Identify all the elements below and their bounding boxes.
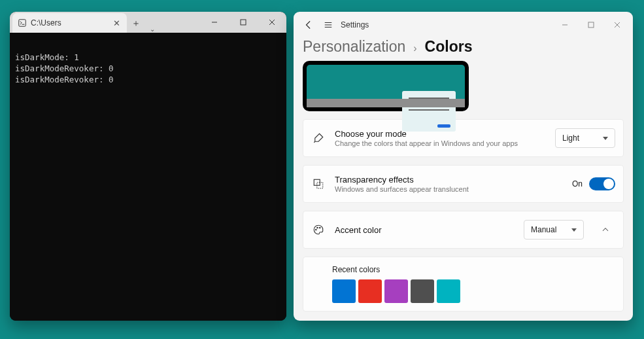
accent-expand-button[interactable]	[596, 220, 615, 240]
settings-window: Settings Personalization › Colors Choose…	[294, 12, 633, 321]
recent-colors-title: Recent colors	[332, 265, 614, 274]
color-swatch[interactable]	[358, 279, 382, 303]
color-swatch[interactable]	[332, 279, 356, 303]
svg-rect-2	[241, 20, 246, 25]
cmd-icon	[18, 18, 27, 27]
app-title: Settings	[341, 20, 369, 29]
terminal-tab-title: C:\Users	[31, 18, 111, 27]
terminal-tab-close-icon[interactable]: ✕	[111, 18, 122, 28]
brush-icon	[311, 131, 326, 145]
choose-mode-row[interactable]: Choose your mode Change the colors that …	[303, 119, 624, 157]
choose-mode-subtitle: Change the colors that appear in Windows…	[335, 139, 546, 147]
terminal-tab[interactable]: C:\Users ✕	[12, 13, 127, 33]
accent-color-dropdown[interactable]: Manual	[524, 220, 584, 240]
recent-colors-swatches	[332, 279, 614, 303]
transparency-subtitle: Windows and surfaces appear translucent	[335, 185, 563, 193]
terminal-titlebar: C:\Users ✕ ＋ ⌄	[10, 12, 286, 33]
accent-color-value: Manual	[531, 225, 556, 234]
recent-colors-panel: Recent colors	[303, 257, 624, 312]
page-title: Colors	[425, 38, 473, 56]
nav-menu-button[interactable]	[318, 15, 338, 35]
theme-preview	[303, 61, 469, 111]
transparency-state-label: On	[572, 179, 583, 188]
terminal-output: isDarkMode: 1 isDarkModeRevoker: 0 isDar…	[10, 33, 286, 321]
preview-taskbar-mock	[307, 99, 465, 107]
maximize-button[interactable]	[229, 12, 258, 33]
settings-close-button[interactable]	[604, 15, 630, 35]
preview-app-mock	[402, 91, 456, 132]
choose-mode-dropdown[interactable]: Light	[555, 128, 615, 148]
settings-titlebar: Settings	[294, 12, 633, 38]
breadcrumb-sep-icon: ›	[413, 43, 416, 54]
transparency-title: Transparency effects	[335, 175, 563, 185]
svg-rect-0	[19, 20, 26, 27]
minimize-button[interactable]	[200, 12, 229, 33]
color-swatch[interactable]	[384, 279, 408, 303]
breadcrumb-parent[interactable]: Personalization	[303, 38, 405, 56]
svg-point-14	[316, 229, 317, 230]
settings-minimize-button[interactable]	[552, 15, 578, 35]
terminal-window: C:\Users ✕ ＋ ⌄ isDarkMode: 1 isDarkModeR…	[10, 12, 286, 321]
svg-point-15	[317, 227, 318, 228]
transparency-icon	[311, 177, 326, 191]
close-button[interactable]	[258, 12, 286, 33]
settings-maximize-button[interactable]	[578, 15, 604, 35]
svg-rect-9	[588, 22, 594, 27]
back-button[interactable]	[299, 15, 318, 35]
transparency-row[interactable]: Transparency effects Windows and surface…	[303, 165, 624, 203]
terminal-tab-dropdown-icon[interactable]: ⌄	[145, 26, 160, 33]
color-swatch[interactable]	[411, 279, 434, 303]
accent-color-title: Accent color	[335, 225, 515, 235]
breadcrumb: Personalization › Colors	[294, 38, 633, 61]
transparency-toggle[interactable]	[589, 177, 615, 190]
terminal-new-tab-button[interactable]: ＋	[127, 14, 145, 33]
color-swatch[interactable]	[437, 279, 460, 303]
palette-icon	[311, 223, 326, 237]
accent-color-row[interactable]: Accent color Manual	[303, 211, 624, 249]
choose-mode-value: Light	[562, 134, 579, 143]
svg-point-16	[320, 227, 321, 228]
